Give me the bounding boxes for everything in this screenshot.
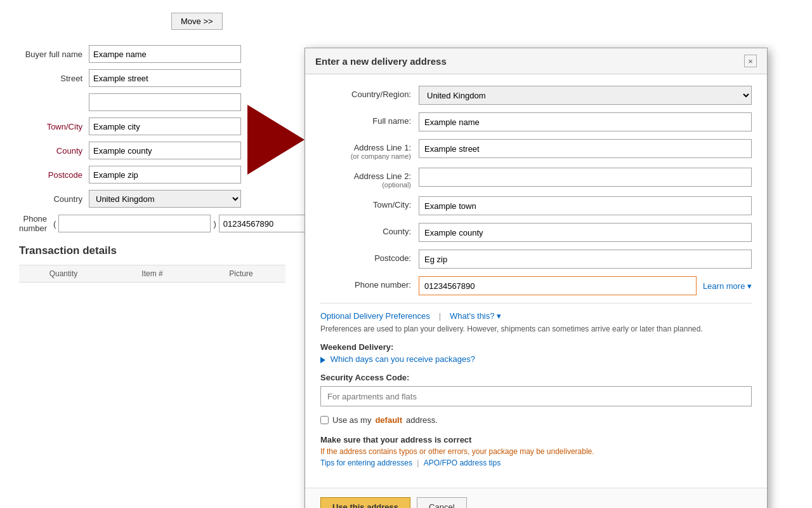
street-label: Street [19, 74, 89, 83]
modal-town-input[interactable] [419, 196, 752, 215]
county-input[interactable] [89, 142, 241, 159]
street-input[interactable] [89, 69, 241, 87]
col-item: Item # [108, 269, 197, 278]
country-row: Country United Kingdom [19, 190, 285, 208]
modal-fullname-row: Full name: [320, 112, 752, 131]
modal-header: Enter a new delivery address × [305, 48, 767, 74]
modal-body: Country/Region: United Kingdom Full name… [305, 74, 767, 295]
table-header: Quantity Item # Picture [19, 265, 285, 283]
modal-country-label: Country/Region: [320, 86, 419, 99]
street-row: Street [19, 69, 285, 87]
phone-row: Phone number ( ) [19, 214, 285, 233]
col-quantity: Quantity [19, 269, 108, 278]
learn-more-link[interactable]: Learn more ▾ [703, 281, 752, 291]
modal-fullname-input[interactable] [419, 112, 752, 131]
modal-addr1-label: Address Line 1: (or company name) [320, 139, 419, 160]
modal-addr2-label: Address Line 2: (optional) [320, 168, 419, 189]
country-select[interactable]: United Kingdom [89, 190, 241, 208]
street2-row [19, 93, 285, 111]
move-button[interactable]: Move >> [171, 13, 223, 30]
postcode-input[interactable] [89, 166, 241, 184]
modal-addr2-input[interactable] [419, 168, 752, 187]
modal-country-row: Country/Region: United Kingdom [320, 86, 752, 105]
country-label: Country [19, 194, 89, 204]
modal-close-button[interactable]: × [744, 55, 757, 67]
transaction-title: Transaction details [19, 244, 285, 257]
county-label: County [19, 146, 89, 156]
phone-label: Phone number [19, 214, 53, 233]
modal-addr1-input[interactable] [419, 139, 752, 158]
phone-area-input[interactable] [58, 215, 211, 232]
col-picture: Picture [197, 269, 285, 278]
buyer-row: Buyer full name [19, 45, 285, 63]
buyer-label: Buyer full name [19, 50, 89, 59]
phone-paren-open: ( [53, 219, 56, 229]
modal-phone-row: Phone number: Learn more ▾ [320, 276, 752, 295]
buyer-input[interactable] [89, 45, 241, 63]
modal-town-row: Town/City: [320, 196, 752, 215]
postcode-row: Postcode [19, 166, 285, 184]
modal-fullname-label: Full name: [320, 112, 419, 126]
modal-county-row: County: [320, 223, 752, 242]
modal-addr1-row: Address Line 1: (or company name) [320, 139, 752, 160]
modal-title: Enter a new delivery address [315, 56, 447, 67]
right-arrow-icon [247, 105, 304, 175]
town-input[interactable] [89, 117, 241, 135]
modal-phone-input[interactable] [419, 276, 697, 295]
street2-input[interactable] [89, 93, 241, 111]
modal-county-label: County: [320, 223, 419, 236]
phone-paren-close: ) [213, 219, 216, 229]
town-label: Town/City [19, 122, 89, 131]
phone-learn-container: Learn more ▾ [419, 276, 752, 295]
modal-country-select[interactable]: United Kingdom [419, 86, 752, 105]
transaction-section: Transaction details Quantity Item # Pict… [19, 244, 285, 283]
modal-town-label: Town/City: [320, 196, 419, 210]
move-btn-row: Move >> [19, 13, 285, 39]
modal-phone-label: Phone number: [320, 276, 419, 290]
modal-postcode-label: Postcode: [320, 250, 419, 263]
postcode-label: Postcode [19, 170, 89, 180]
modal-county-input[interactable] [419, 223, 752, 242]
delivery-address-modal: Enter a new delivery address × Country/R… [304, 48, 768, 295]
town-row: Town/City [19, 117, 285, 135]
modal-postcode-input[interactable] [419, 250, 752, 269]
modal-postcode-row: Postcode: [320, 250, 752, 269]
modal-addr2-row: Address Line 2: (optional) [320, 168, 752, 189]
county-row: County [19, 142, 285, 159]
arrow-indicator [247, 105, 304, 177]
